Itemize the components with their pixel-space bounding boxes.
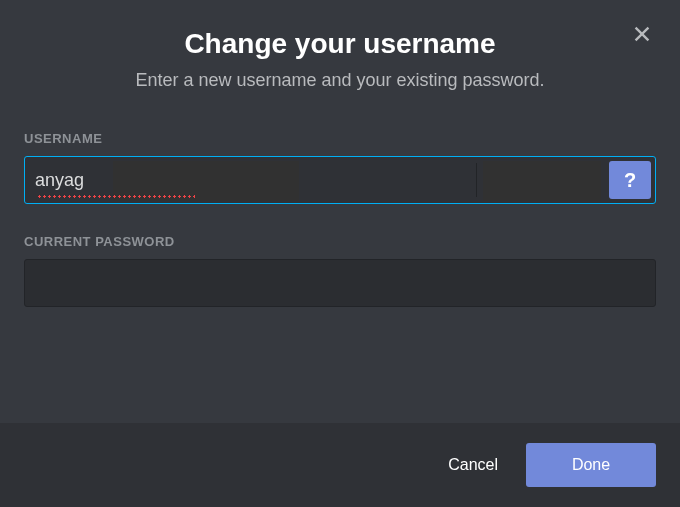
- modal-subtitle: Enter a new username and your existing p…: [24, 70, 656, 91]
- username-label: USERNAME: [24, 131, 656, 146]
- modal-body: USERNAME anyag ? CURRENT PASSWORD: [0, 91, 680, 423]
- done-button[interactable]: Done: [526, 443, 656, 487]
- password-input[interactable]: [24, 259, 656, 307]
- username-input-group: anyag ?: [24, 156, 656, 204]
- close-icon: [631, 23, 653, 45]
- close-button[interactable]: [630, 22, 654, 46]
- modal-title: Change your username: [24, 28, 656, 60]
- username-value: anyag: [35, 170, 84, 191]
- modal-header: Change your username Enter a new usernam…: [0, 0, 680, 91]
- help-button[interactable]: ?: [609, 161, 651, 199]
- discriminator-input[interactable]: [477, 157, 607, 203]
- username-input[interactable]: anyag: [25, 157, 476, 203]
- redacted-region: [483, 161, 601, 201]
- question-icon: ?: [624, 169, 636, 192]
- change-username-modal: Change your username Enter a new usernam…: [0, 0, 680, 507]
- modal-footer: Cancel Done: [0, 423, 680, 507]
- cancel-button[interactable]: Cancel: [440, 444, 506, 486]
- password-label: CURRENT PASSWORD: [24, 234, 656, 249]
- spellcheck-underline: [37, 195, 195, 198]
